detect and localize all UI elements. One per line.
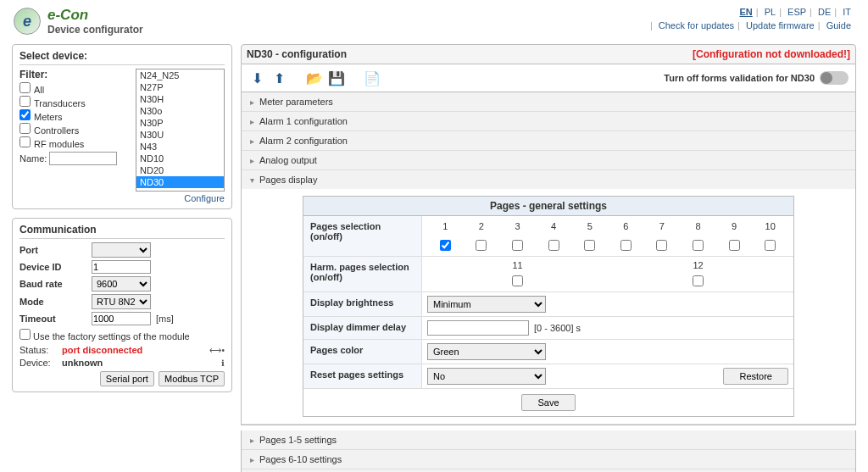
logo: e (14, 8, 41, 35)
filter-transducers[interactable]: Transducers (19, 96, 131, 108)
list-item[interactable]: ND20 (136, 164, 224, 176)
reset-label: Reset pages settings (303, 364, 422, 388)
update-firmware-link[interactable]: Update firmware (743, 20, 818, 31)
serial-port-tab[interactable]: Serial port (100, 371, 154, 386)
mode-select[interactable]: RTU 8N2 (92, 294, 151, 309)
save-file-icon[interactable]: 💾 (328, 69, 345, 86)
app-title: e-Con (47, 7, 143, 24)
list-item[interactable]: N30o (136, 105, 224, 117)
filter-controllers[interactable]: Controllers (19, 123, 131, 136)
check-updates-link[interactable]: Check for updates (655, 20, 737, 31)
device-id-input[interactable] (92, 260, 151, 274)
filter-label: Filter: (19, 69, 131, 81)
restore-button[interactable]: Restore (723, 368, 788, 385)
baud-select[interactable]: 9600 (92, 276, 151, 292)
name-label: Name: (19, 153, 47, 164)
pages-selection-label: Pages selection (on/off) (303, 216, 422, 256)
list-item[interactable]: N30P (136, 117, 224, 129)
harm-label: Harm. pages selection (on/off) (303, 257, 422, 292)
section-analog[interactable]: Analog output (242, 151, 855, 169)
page-6-chk[interactable] (620, 240, 632, 251)
list-item[interactable]: S4AO (136, 188, 224, 192)
page-2-chk[interactable] (476, 240, 487, 251)
page-1-chk[interactable] (440, 240, 451, 251)
page-9-chk[interactable] (729, 240, 740, 251)
color-label: Pages color (303, 340, 422, 364)
status-label: Status: (19, 345, 62, 355)
section-alarm2[interactable]: Alarm 2 configuration (242, 131, 855, 150)
select-device-panel: Select device: Filter: All Transducers M… (12, 44, 232, 209)
device-id-label: Device ID (19, 262, 92, 272)
modbus-tcp-tab[interactable]: Modbus TCP (159, 371, 225, 386)
device-list[interactable]: N24_N25 N27P N30H N30o N30P N30U N43 ND1… (136, 69, 225, 192)
page-5-chk[interactable] (584, 240, 595, 251)
list-item[interactable]: N30H (136, 93, 224, 105)
list-item[interactable]: N24_N25 (136, 69, 224, 81)
language-selector: EN| PL| ESP| DE| IT (650, 7, 854, 17)
mode-label: Mode (19, 297, 92, 307)
guide-link[interactable]: Guide (823, 20, 854, 31)
harm-11-chk[interactable] (512, 275, 523, 286)
page-3-chk[interactable] (512, 240, 523, 251)
page-8-chk[interactable] (693, 240, 704, 251)
page-4-chk[interactable] (548, 240, 559, 251)
select-device-title: Select device: (19, 50, 225, 65)
list-item[interactable]: ND10 (136, 153, 224, 164)
port-select[interactable] (92, 242, 151, 258)
name-input[interactable] (49, 152, 117, 165)
communication-panel: Communication Port Device ID Baud rate96… (12, 218, 232, 392)
list-item[interactable]: N43 (136, 141, 224, 153)
filter-all[interactable]: All (19, 82, 131, 95)
upload-icon[interactable]: ⬆ (270, 69, 287, 86)
export-icon[interactable]: 📄 (364, 69, 381, 86)
filter-rf[interactable]: RF modules (19, 136, 131, 149)
app-subtitle: Device configurator (47, 24, 143, 36)
lang-pl[interactable]: PL (761, 7, 779, 17)
section-pages610[interactable]: Pages 6-10 settings (242, 450, 855, 469)
brightness-select[interactable]: Minimum (427, 296, 546, 313)
section-pages15[interactable]: Pages 1-5 settings (242, 430, 855, 449)
timeout-unit: [ms] (156, 314, 174, 324)
section-meter[interactable]: Meter parameters (242, 92, 855, 111)
status-value: port disconnected (62, 345, 142, 355)
filter-meters[interactable]: Meters (19, 109, 131, 122)
lang-en[interactable]: EN (736, 7, 755, 17)
lang-de[interactable]: DE (815, 7, 834, 17)
timeout-input[interactable] (92, 312, 151, 325)
page-7-chk[interactable] (656, 240, 667, 251)
brightness-label: Display brightness (303, 292, 422, 316)
download-icon[interactable]: ⬇ (248, 69, 265, 86)
validation-toggle-label: Turn off forms validation for ND30 (664, 73, 815, 83)
folder-open-icon[interactable]: 📂 (306, 69, 323, 86)
page-10-chk[interactable] (765, 240, 776, 251)
device-value: unknown (62, 358, 103, 368)
harm-12-chk[interactable] (693, 275, 704, 286)
dimmer-input[interactable] (427, 320, 529, 336)
port-label: Port (19, 245, 92, 255)
section-pages-display[interactable]: Pages display (242, 170, 855, 189)
validation-toggle[interactable] (820, 71, 849, 85)
color-select[interactable]: Green (427, 343, 546, 360)
factory-checkbox[interactable]: Use the factory settings of the module (19, 331, 190, 342)
configure-link[interactable]: Configure (184, 193, 225, 203)
save-button[interactable]: Save (521, 394, 575, 411)
lang-it[interactable]: IT (839, 7, 854, 17)
config-warning: [Configuration not downloaded!] (693, 48, 850, 60)
list-item[interactable]: N30U (136, 129, 224, 141)
pages-general-title: Pages - general settings (303, 197, 793, 216)
reset-select[interactable]: No (427, 368, 546, 385)
info-icon[interactable]: ℹ (221, 358, 225, 368)
list-item-selected[interactable]: ND30 (136, 176, 224, 188)
usb-icon: ⟷• (209, 346, 225, 355)
lang-esp[interactable]: ESP (784, 7, 810, 17)
baud-label: Baud rate (19, 279, 92, 289)
timeout-label: Timeout (19, 314, 92, 324)
device-label: Device: (19, 358, 62, 368)
list-item[interactable]: N27P (136, 81, 224, 93)
section-alarm1[interactable]: Alarm 1 configuration (242, 112, 855, 130)
dimmer-label: Display dimmer delay (303, 317, 422, 339)
dimmer-unit: [0 - 3600] s (534, 323, 581, 333)
communication-title: Communication (19, 224, 225, 239)
config-title: ND30 - configuration (247, 48, 347, 60)
